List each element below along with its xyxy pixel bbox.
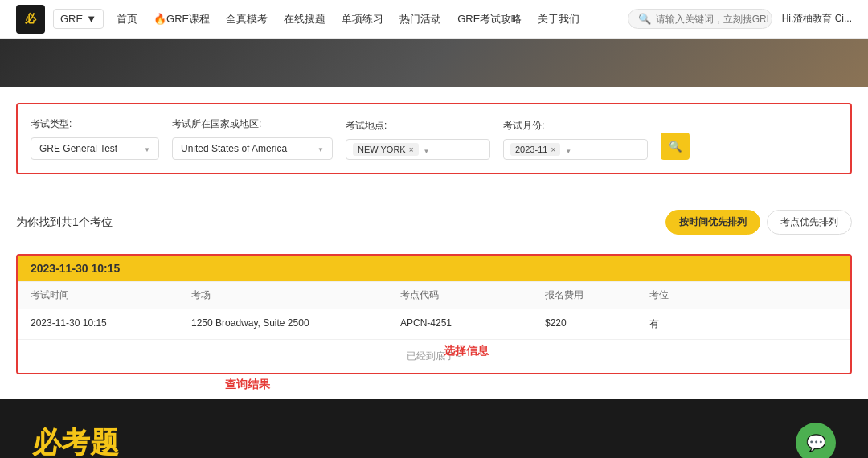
col-header-time: 考试时间 [31,288,191,302]
main-content: 考试类型: GRE General Test 考试所在国家或地区: United… [0,87,868,374]
result-box: 2023-11-30 10:15 考试时间 考场 考点代码 报名费用 考位 20… [16,254,852,374]
result-date-header: 2023-11-30 10:15 [18,256,850,281]
gre-dropdown-button[interactable]: GRE ▼ [53,9,104,29]
search-button[interactable]: 🔍 [661,133,690,160]
table-row: 2023-11-30 10:15 1250 Broadway, Suite 25… [18,309,850,339]
nav-course[interactable]: 🔥GRE课程 [154,12,210,27]
footer-logo-text: 必考题 [32,423,119,459]
hero-banner [0,39,868,87]
exam-type-label: 考试类型: [31,117,159,131]
col-header-code: 考点代码 [400,288,545,302]
location-chevron-icon [424,144,430,156]
sort-by-location-button[interactable]: 考点优先排列 [767,210,852,235]
nav-activities[interactable]: 热门活动 [399,12,441,27]
search-btn-icon: 🔍 [669,141,682,153]
sort-by-time-button[interactable]: 按时间优先排列 [665,210,760,235]
filter-box: 考试类型: GRE General Test 考试所在国家或地区: United… [16,103,852,174]
nav-home[interactable]: 首页 [117,12,137,27]
location-label: 考试地点: [346,119,490,133]
location-tag: NEW YORK × [353,143,419,156]
result-end-text: 已经到底了~ [18,339,850,373]
nav-practice[interactable]: 单项练习 [342,12,383,27]
nav-mock[interactable]: 全真模考 [226,12,268,27]
footer: 必考题 💬 [0,399,868,458]
country-group: 考试所在国家或地区: United States of America [172,117,333,160]
result-count: 为你找到共1个考位 [16,215,113,230]
month-label: 考试月份: [503,119,648,133]
nav-search-questions[interactable]: 在线搜题 [284,12,326,27]
wechat-icon[interactable]: 💬 [796,423,836,458]
exam-type-chevron-icon [144,145,150,153]
location-tag-value: NEW YORK [358,145,406,154]
row-fee: $220 [545,317,649,331]
query-result-annotation: 查询结果 [225,378,270,392]
sort-buttons: 按时间优先排列 考点优先排列 [665,210,852,235]
gre-chevron-icon: ▼ [86,13,96,25]
exam-type-value: GRE General Test [39,143,139,154]
month-tag-close-icon[interactable]: × [551,145,555,154]
gre-label: GRE [60,13,83,25]
logo[interactable]: 必 [16,5,45,34]
month-select[interactable]: 2023-11 × [503,139,648,160]
country-chevron-icon [317,145,324,153]
country-label: 考试所在国家或地区: [172,117,333,131]
location-tag-close-icon[interactable]: × [409,145,414,154]
month-tag-value: 2023-11 [515,145,547,154]
user-greeting: Hi,渣柚教育 Ci... [782,12,852,26]
col-header-fee: 报名费用 [545,288,649,302]
search-input[interactable] [656,14,768,25]
search-icon: 🔍 [638,13,651,25]
location-group: 考试地点: NEW YORK × [346,119,490,160]
month-group: 考试月份: 2023-11 × [503,119,648,160]
month-tag: 2023-11 × [510,143,560,156]
country-select[interactable]: United States of America [172,137,333,160]
navigation: 必 GRE ▼ 首页 🔥GRE课程 全真模考 在线搜题 单项练习 热门活动 GR… [0,0,868,39]
exam-type-group: 考试类型: GRE General Test [31,117,159,160]
result-bar: 为你找到共1个考位 按时间优先排列 考点优先排列 [16,210,852,235]
country-value: United States of America [181,143,313,154]
nav-about[interactable]: 关于我们 [538,12,579,27]
row-available: 有 [649,317,730,331]
row-code: APCN-4251 [400,317,545,331]
col-header-location: 考场 [191,288,400,302]
col-header-available: 考位 [649,288,730,302]
logo-text: 必 [25,12,36,27]
month-chevron-icon [565,144,571,156]
exam-type-select[interactable]: GRE General Test [31,137,159,160]
search-bar[interactable]: 🔍 [628,9,772,29]
table-header-row: 考试时间 考场 考点代码 报名费用 考位 [18,281,850,309]
nav-strategy[interactable]: GRE考试攻略 [457,12,522,27]
location-select[interactable]: NEW YORK × [346,139,490,160]
filter-row: 考试类型: GRE General Test 考试所在国家或地区: United… [31,117,837,160]
row-location: 1250 Broadway, Suite 2500 [191,317,400,331]
nav-links: 首页 🔥GRE课程 全真模考 在线搜题 单项练习 热门活动 GRE考试攻略 关于… [117,12,628,27]
row-time: 2023-11-30 10:15 [31,317,191,331]
